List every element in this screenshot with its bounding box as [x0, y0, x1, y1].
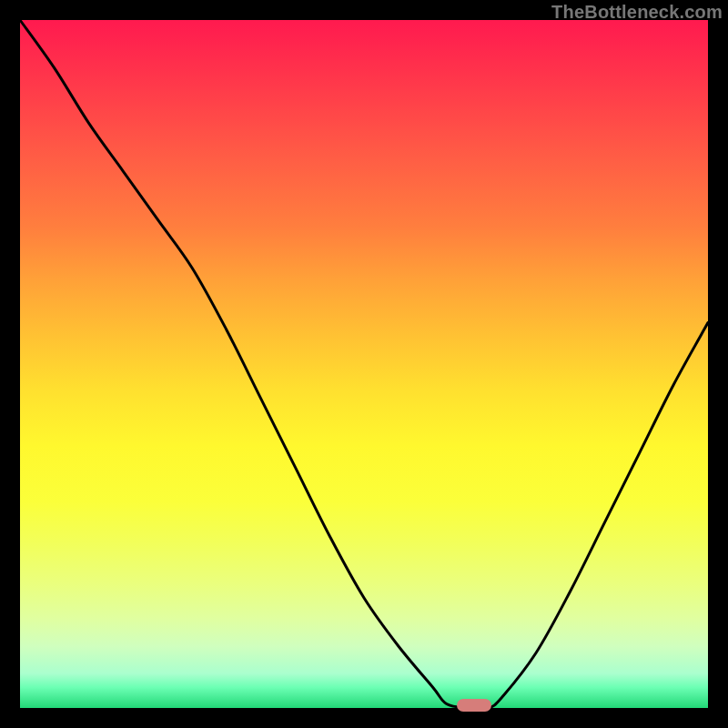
- bottleneck-curve: [20, 20, 708, 708]
- chart-frame: TheBottleneck.com: [0, 0, 728, 728]
- optimal-marker: [457, 699, 491, 712]
- plot-area: [20, 20, 708, 708]
- watermark-text: TheBottleneck.com: [551, 2, 723, 23]
